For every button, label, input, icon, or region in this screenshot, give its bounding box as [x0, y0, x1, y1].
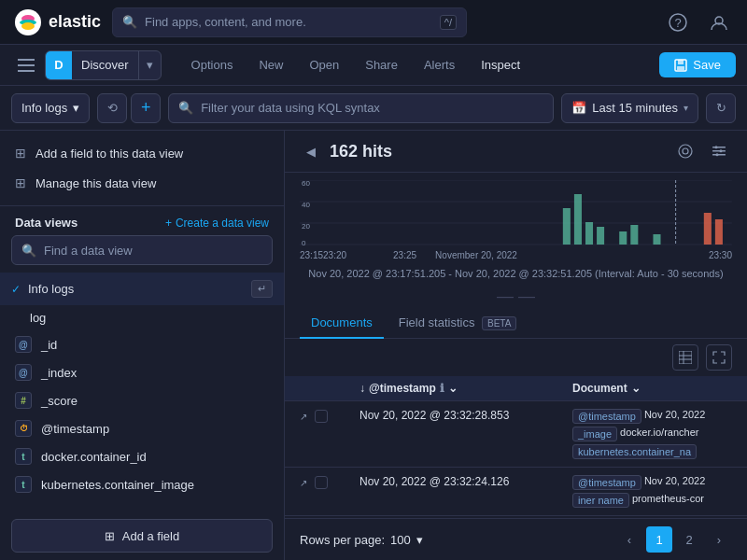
- check-icon: ✓: [11, 283, 21, 296]
- svg-text:40: 40: [302, 201, 310, 209]
- svg-rect-7: [18, 59, 35, 61]
- svg-rect-15: [712, 147, 726, 148]
- user-icon[interactable]: [706, 9, 732, 35]
- hits-count: 162 hits: [330, 142, 392, 161]
- discover-app-switcher[interactable]: D Discover ▾: [45, 50, 162, 80]
- tabs-bar: Documents Field statistics BETA: [285, 308, 747, 339]
- new-link[interactable]: New: [247, 52, 294, 77]
- create-data-view-link[interactable]: + Create a data view: [165, 217, 269, 230]
- field-id-label: _id: [41, 338, 57, 352]
- add-field-menu-item[interactable]: ⊞ Add a field to this data view: [0, 138, 284, 168]
- row-expand-button[interactable]: ↗: [296, 409, 311, 424]
- field-docker-container-id[interactable]: t docker.container_id: [0, 442, 284, 470]
- svg-point-14: [683, 148, 688, 154]
- field-type-date-icon: ⏱: [15, 420, 32, 437]
- svg-rect-31: [585, 222, 593, 245]
- table-controls: [285, 339, 747, 376]
- th-timestamp[interactable]: ↓ @timestamp ℹ ⌄: [359, 382, 565, 395]
- document-sort-icon: ⌄: [631, 382, 641, 395]
- field-index[interactable]: @ _index: [0, 358, 284, 386]
- info-logs-label: Info logs: [28, 282, 74, 296]
- chart-config-icon[interactable]: [706, 138, 732, 164]
- data-view-search[interactable]: 🔍 Find a data view: [11, 235, 273, 265]
- data-view-search-icon: 🔍: [21, 244, 36, 258]
- svg-rect-12: [677, 66, 684, 70]
- add-filter-button[interactable]: +: [131, 93, 161, 123]
- page-1-button[interactable]: 1: [646, 526, 672, 553]
- field-timestamp[interactable]: ⏱ @timestamp: [0, 414, 284, 442]
- tab-documents[interactable]: Documents: [300, 308, 384, 339]
- field-list: @ _id @ _index # _score ⏱ @timestamp t d…: [0, 330, 284, 511]
- doc-tag-image: _image: [572, 427, 617, 441]
- timestamp-header-label: @timestamp: [369, 382, 436, 395]
- index-pattern-selector[interactable]: Info logs ▾: [11, 93, 90, 123]
- svg-rect-8: [18, 64, 35, 66]
- inspect-link[interactable]: Inspect: [470, 52, 531, 77]
- info-logs-data-view[interactable]: ✓ Info logs ↵: [0, 273, 284, 305]
- create-link-label: Create a data view: [176, 217, 269, 230]
- save-button[interactable]: Save: [659, 52, 736, 77]
- table-view-button[interactable]: [672, 344, 698, 371]
- row-timestamp: Nov 20, 2022 @ 23:32:28.853: [359, 409, 565, 422]
- kql-filter-input[interactable]: 🔍 Filter your data using KQL syntax: [168, 93, 554, 123]
- time-picker[interactable]: 📅 Last 15 minutes ▾: [561, 93, 698, 123]
- open-link[interactable]: Open: [298, 52, 350, 77]
- field-docker-label: docker.container_id: [41, 450, 147, 464]
- log-data-view[interactable]: log: [0, 305, 284, 330]
- add-field-button[interactable]: ⊞ Add a field: [11, 519, 273, 553]
- field-score-label: _score: [41, 394, 78, 408]
- tab-field-statistics[interactable]: Field statistics BETA: [388, 308, 529, 339]
- share-link[interactable]: Share: [354, 52, 409, 77]
- histogram-chart: 60 40 20 0 23:15 23:20: [285, 173, 747, 266]
- field-type-text-icon: t: [15, 448, 32, 465]
- row-checkbox[interactable]: [315, 410, 328, 423]
- row-checkbox[interactable]: [315, 476, 328, 489]
- help-icon[interactable]: ?: [665, 9, 691, 35]
- chart-label-1: 23:15: [300, 250, 323, 260]
- global-search-bar[interactable]: 🔍 Find apps, content, and more. ^/: [112, 7, 467, 37]
- alerts-link[interactable]: Alerts: [413, 52, 466, 77]
- nav-icons: ?: [665, 9, 732, 35]
- discover-chevron-icon[interactable]: ▾: [138, 51, 161, 79]
- row-document: @timestamp Nov 20, 2022 iner name promet…: [572, 475, 736, 508]
- prev-page-button[interactable]: ‹: [616, 526, 642, 553]
- chart-settings-icon[interactable]: [672, 138, 698, 164]
- options-link[interactable]: Options: [180, 52, 245, 77]
- data-table: ↓ @timestamp ℹ ⌄ Document ⌄ ↗ Nov 20, 20…: [285, 376, 747, 518]
- refresh-button[interactable]: ↻: [706, 93, 736, 123]
- sidebar-menu: ⊞ Add a field to this data view ⊞ Manage…: [0, 131, 284, 206]
- svg-text:0: 0: [302, 239, 306, 245]
- second-nav: D Discover ▾ Options New Open Share Aler…: [0, 45, 747, 86]
- next-page-button[interactable]: ›: [706, 526, 732, 553]
- page-2-button[interactable]: 2: [676, 526, 702, 553]
- rows-per-page-selector[interactable]: Rows per page: 100 ▾: [300, 533, 423, 547]
- content-header-icons: [672, 138, 732, 164]
- rows-per-page-chevron-icon: ▾: [416, 533, 423, 547]
- timestamp-info-icon: ℹ: [440, 382, 444, 395]
- table-footer: Rows per page: 100 ▾ ‹ 1 2 ›: [285, 518, 747, 560]
- full-screen-button[interactable]: [706, 344, 732, 371]
- doc-value-prometheus: prometheus-cor: [632, 493, 704, 508]
- hamburger-button[interactable]: [11, 50, 41, 80]
- main-content: ◀ 162 hits 60 40 20: [285, 131, 747, 560]
- collapse-sidebar-button[interactable]: ◀: [300, 140, 322, 162]
- chart-label-3: 23:25: [393, 250, 416, 260]
- data-views-title: Data views: [15, 216, 78, 230]
- svg-rect-30: [574, 194, 582, 245]
- field-kubernetes-container-image[interactable]: t kubernetes.container_image: [0, 470, 284, 498]
- field-id[interactable]: @ _id: [0, 330, 284, 358]
- manage-data-view-menu-item[interactable]: ⊞ Manage this data view: [0, 168, 284, 198]
- th-document[interactable]: Document ⌄: [572, 382, 736, 395]
- elastic-logo[interactable]: elastic: [15, 9, 101, 35]
- rows-per-page-value: 100: [390, 533, 411, 547]
- manage-label: Manage this data view: [35, 176, 156, 190]
- drag-handle[interactable]: — —: [285, 285, 747, 308]
- manage-icon: ⊞: [15, 175, 26, 190]
- row-expand-button[interactable]: ↗: [296, 475, 311, 490]
- field-score[interactable]: # _score: [0, 386, 284, 414]
- sidebar: ⊞ Add a field to this data view ⊞ Manage…: [0, 131, 285, 560]
- save-filter-button[interactable]: ⟲: [97, 93, 127, 123]
- svg-rect-11: [678, 60, 684, 64]
- doc-tag-timestamp: @timestamp: [572, 409, 641, 424]
- field-index-label: _index: [41, 366, 77, 380]
